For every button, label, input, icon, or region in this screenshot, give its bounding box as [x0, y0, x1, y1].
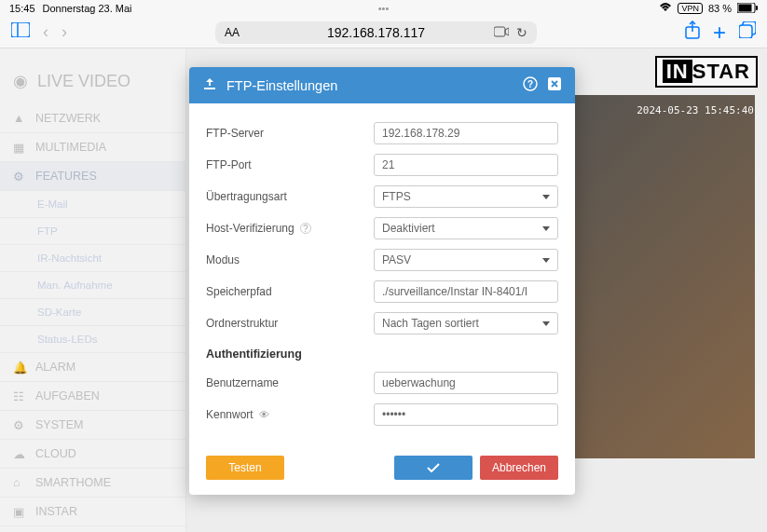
- hostverif-label: Host-Verifizierung: [206, 222, 294, 235]
- status-center-dots: •••: [378, 3, 390, 14]
- chevron-down-icon: [542, 258, 550, 263]
- username-label: Benutzername: [206, 376, 374, 389]
- url-text: 192.168.178.117: [327, 25, 425, 40]
- vpn-badge: VPN: [678, 3, 703, 14]
- cancel-button[interactable]: Abbrechen: [480, 456, 558, 480]
- svg-text:?: ?: [527, 79, 533, 89]
- mode-select[interactable]: PASV: [374, 249, 558, 271]
- auth-section-title: Authentifizierung: [206, 348, 558, 361]
- tabs-icon[interactable]: [739, 21, 756, 43]
- share-icon[interactable]: [685, 20, 700, 44]
- modal-header: FTP-Einstellungen ?: [189, 67, 575, 103]
- status-time: 15:45: [9, 3, 35, 14]
- folder-select[interactable]: Nach Tagen sortiert: [374, 312, 558, 334]
- svg-rect-3: [11, 22, 30, 37]
- chevron-down-icon: [542, 226, 550, 231]
- help-icon[interactable]: ?: [523, 76, 538, 94]
- sidebar-toggle-icon[interactable]: [11, 22, 30, 42]
- svg-rect-5: [494, 27, 505, 36]
- chevron-down-icon: [542, 195, 550, 199]
- ok-button[interactable]: [394, 456, 473, 480]
- browser-toolbar: ‹ › AA 192.168.178.117 ↻ +: [0, 17, 767, 48]
- test-button[interactable]: Testen: [206, 456, 284, 480]
- svg-rect-2: [756, 6, 758, 10]
- password-input[interactable]: [374, 403, 558, 426]
- info-icon[interactable]: ?: [300, 223, 311, 234]
- close-icon[interactable]: [547, 76, 562, 94]
- battery-text: 83 %: [708, 3, 732, 14]
- reload-icon[interactable]: ↻: [516, 25, 527, 40]
- back-icon[interactable]: ‹: [43, 22, 48, 42]
- ftp-server-label: FTP-Server: [206, 127, 374, 140]
- upload-icon: [202, 76, 217, 94]
- password-label: Kennwort: [206, 408, 253, 421]
- status-date: Donnerstag 23. Mai: [43, 3, 132, 14]
- chevron-down-icon: [542, 321, 550, 326]
- ftp-settings-modal: FTP-Einstellungen ? FTP-Server FTP-Port …: [189, 67, 575, 495]
- folder-label: Ordnerstruktur: [206, 317, 374, 330]
- ftp-port-label: FTP-Port: [206, 158, 374, 171]
- path-input[interactable]: [374, 280, 558, 303]
- path-label: Speicherpfad: [206, 285, 374, 298]
- ftp-port-input[interactable]: [374, 154, 558, 176]
- ftp-server-input[interactable]: [374, 122, 558, 144]
- transfer-select[interactable]: FTPS: [374, 185, 558, 208]
- text-size-icon[interactable]: AA: [225, 26, 240, 39]
- hostverif-select[interactable]: Deaktiviert: [374, 217, 558, 239]
- forward-icon[interactable]: ›: [62, 22, 67, 42]
- mode-label: Modus: [206, 253, 374, 266]
- modal-title: FTP-Einstellungen: [226, 78, 337, 93]
- url-field[interactable]: AA 192.168.178.117 ↻: [215, 21, 537, 44]
- check-icon: [427, 463, 440, 472]
- new-tab-icon[interactable]: +: [713, 20, 726, 46]
- transfer-label: Übertragungsart: [206, 190, 374, 203]
- wifi-icon: [659, 3, 672, 14]
- camera-icon[interactable]: [494, 25, 509, 40]
- svg-rect-1: [739, 4, 752, 11]
- battery-icon: [737, 3, 758, 15]
- username-input[interactable]: [374, 372, 558, 394]
- svg-rect-9: [739, 25, 752, 38]
- eye-icon[interactable]: 👁: [259, 409, 269, 420]
- status-bar: 15:45 Donnerstag 23. Mai ••• VPN 83 %: [0, 0, 767, 17]
